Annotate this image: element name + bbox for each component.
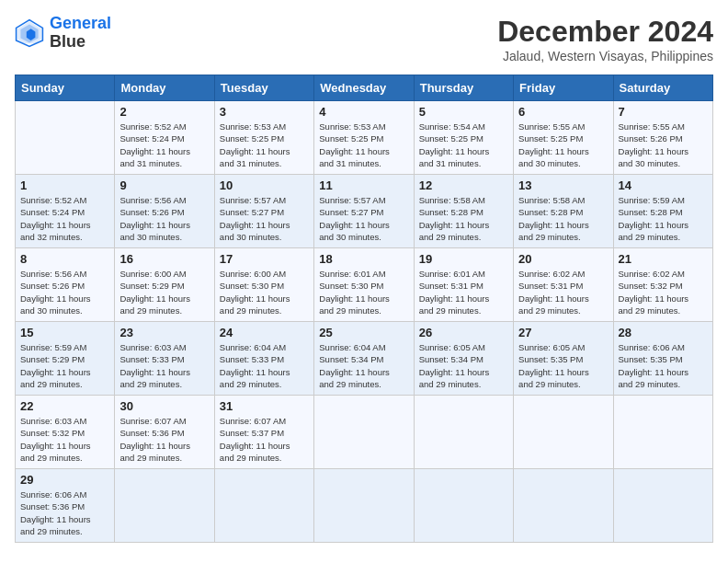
day-detail: Sunrise: 5:59 AMSunset: 5:29 PMDaylight:… (20, 341, 109, 390)
calendar-cell (514, 396, 613, 469)
calendar-cell (314, 469, 414, 543)
calendar-cell: 29Sunrise: 6:06 AMSunset: 5:36 PMDayligh… (16, 469, 115, 543)
weekday-header-friday: Friday (514, 75, 613, 101)
weekday-header-monday: Monday (115, 75, 214, 101)
calendar-cell: 17Sunrise: 6:00 AMSunset: 5:30 PMDayligh… (214, 248, 313, 322)
day-detail: Sunrise: 6:03 AMSunset: 5:32 PMDaylight:… (20, 415, 109, 464)
calendar-cell: 26Sunrise: 6:05 AMSunset: 5:34 PMDayligh… (414, 322, 513, 396)
day-number: 16 (119, 252, 209, 266)
weekday-header-sunday: Sunday (16, 75, 115, 101)
calendar-cell: 24Sunrise: 6:04 AMSunset: 5:33 PMDayligh… (214, 322, 313, 396)
day-number: 10 (220, 178, 309, 192)
day-detail: Sunrise: 5:54 AMSunset: 5:25 PMDaylight:… (419, 121, 508, 169)
day-detail: Sunrise: 5:58 AMSunset: 5:28 PMDaylight:… (419, 194, 508, 243)
day-detail: Sunrise: 5:58 AMSunset: 5:28 PMDaylight:… (518, 194, 608, 243)
header: General Blue December 2024 Jalaud, Weste… (15, 15, 713, 63)
day-number: 22 (20, 399, 109, 413)
title-area: December 2024 Jalaud, Western Visayas, P… (497, 15, 713, 63)
calendar-cell (115, 469, 214, 543)
day-detail: Sunrise: 6:02 AMSunset: 5:32 PMDaylight:… (619, 268, 708, 316)
day-number: 4 (319, 105, 408, 119)
day-number: 21 (619, 252, 708, 266)
calendar-cell: 25Sunrise: 6:04 AMSunset: 5:34 PMDayligh… (314, 322, 414, 396)
day-number: 14 (619, 178, 708, 192)
location-subtitle: Jalaud, Western Visayas, Philippines (497, 49, 713, 63)
day-detail: Sunrise: 5:53 AMSunset: 5:25 PMDaylight:… (220, 121, 309, 169)
day-detail: Sunrise: 6:06 AMSunset: 5:36 PMDaylight:… (20, 488, 109, 537)
day-detail: Sunrise: 6:07 AMSunset: 5:36 PMDaylight:… (119, 415, 209, 464)
day-number: 26 (419, 326, 508, 339)
day-number: 24 (220, 326, 309, 339)
calendar-cell: 23Sunrise: 6:03 AMSunset: 5:33 PMDayligh… (115, 322, 214, 396)
day-number: 31 (220, 399, 309, 413)
day-number: 20 (518, 252, 608, 266)
day-number: 19 (419, 252, 508, 266)
calendar-cell (613, 469, 712, 543)
day-detail: Sunrise: 5:59 AMSunset: 5:28 PMDaylight:… (619, 194, 708, 243)
day-detail: Sunrise: 5:55 AMSunset: 5:26 PMDaylight:… (619, 121, 708, 169)
weekday-header-tuesday: Tuesday (214, 75, 313, 101)
calendar-week-row: 1Sunrise: 5:52 AMSunset: 5:24 PMDaylight… (16, 175, 713, 248)
day-detail: Sunrise: 5:56 AMSunset: 5:26 PMDaylight:… (20, 268, 109, 316)
calendar-cell: 21Sunrise: 6:02 AMSunset: 5:32 PMDayligh… (613, 248, 712, 322)
day-detail: Sunrise: 5:57 AMSunset: 5:27 PMDaylight:… (220, 194, 309, 243)
day-detail: Sunrise: 5:57 AMSunset: 5:27 PMDaylight:… (319, 194, 408, 243)
calendar-cell: 11Sunrise: 5:57 AMSunset: 5:27 PMDayligh… (314, 175, 414, 248)
day-detail: Sunrise: 6:01 AMSunset: 5:30 PMDaylight:… (319, 268, 408, 316)
calendar-cell: 27Sunrise: 6:05 AMSunset: 5:35 PMDayligh… (514, 322, 613, 396)
day-detail: Sunrise: 6:05 AMSunset: 5:34 PMDaylight:… (419, 341, 508, 390)
calendar-week-row: 2Sunrise: 5:52 AMSunset: 5:24 PMDaylight… (16, 101, 713, 175)
calendar-cell: 14Sunrise: 5:59 AMSunset: 5:28 PMDayligh… (613, 175, 712, 248)
calendar-cell: 8Sunrise: 5:56 AMSunset: 5:26 PMDaylight… (16, 248, 115, 322)
day-number: 3 (220, 105, 309, 119)
day-detail: Sunrise: 5:52 AMSunset: 5:24 PMDaylight:… (20, 194, 109, 243)
calendar-cell: 31Sunrise: 6:07 AMSunset: 5:37 PMDayligh… (214, 396, 313, 469)
calendar-cell (414, 469, 513, 543)
day-number: 12 (419, 178, 508, 192)
logo-line2: Blue (50, 33, 111, 52)
day-number: 1 (20, 178, 109, 192)
day-number: 30 (119, 399, 209, 413)
day-detail: Sunrise: 6:03 AMSunset: 5:33 PMDaylight:… (119, 341, 209, 390)
calendar-cell: 20Sunrise: 6:02 AMSunset: 5:31 PMDayligh… (514, 248, 613, 322)
logo-line1: General (50, 14, 111, 32)
weekday-header-wednesday: Wednesday (314, 75, 414, 101)
day-number: 15 (20, 326, 109, 339)
calendar-cell (613, 396, 712, 469)
weekday-header-saturday: Saturday (613, 75, 712, 101)
calendar-week-row: 29Sunrise: 6:06 AMSunset: 5:36 PMDayligh… (16, 469, 713, 543)
calendar-cell (514, 469, 613, 543)
day-number: 17 (220, 252, 309, 266)
calendar-cell (214, 469, 313, 543)
calendar-cell: 18Sunrise: 6:01 AMSunset: 5:30 PMDayligh… (314, 248, 414, 322)
day-detail: Sunrise: 6:02 AMSunset: 5:31 PMDaylight:… (518, 268, 608, 316)
calendar-week-row: 8Sunrise: 5:56 AMSunset: 5:26 PMDaylight… (16, 248, 713, 322)
day-detail: Sunrise: 6:00 AMSunset: 5:30 PMDaylight:… (220, 268, 309, 316)
logo-icon (15, 18, 44, 48)
calendar-cell (16, 101, 115, 175)
calendar-cell: 5Sunrise: 5:54 AMSunset: 5:25 PMDaylight… (414, 101, 513, 175)
calendar-cell: 28Sunrise: 6:06 AMSunset: 5:35 PMDayligh… (613, 322, 712, 396)
day-number: 25 (319, 326, 408, 339)
calendar-cell: 6Sunrise: 5:55 AMSunset: 5:25 PMDaylight… (514, 101, 613, 175)
day-detail: Sunrise: 6:01 AMSunset: 5:31 PMDaylight:… (419, 268, 508, 316)
day-number: 9 (119, 178, 209, 192)
calendar-cell: 15Sunrise: 5:59 AMSunset: 5:29 PMDayligh… (16, 322, 115, 396)
weekday-header-thursday: Thursday (414, 75, 513, 101)
calendar-cell: 30Sunrise: 6:07 AMSunset: 5:36 PMDayligh… (115, 396, 214, 469)
day-detail: Sunrise: 6:00 AMSunset: 5:29 PMDaylight:… (119, 268, 209, 316)
calendar-cell: 9Sunrise: 5:56 AMSunset: 5:26 PMDaylight… (115, 175, 214, 248)
logo: General Blue (15, 15, 111, 52)
calendar-cell: 2Sunrise: 5:52 AMSunset: 5:24 PMDaylight… (115, 101, 214, 175)
calendar-cell: 19Sunrise: 6:01 AMSunset: 5:31 PMDayligh… (414, 248, 513, 322)
logo-text: General Blue (50, 15, 111, 52)
day-number: 27 (518, 326, 608, 339)
calendar-table: SundayMondayTuesdayWednesdayThursdayFrid… (15, 75, 713, 543)
calendar-cell: 1Sunrise: 5:52 AMSunset: 5:24 PMDaylight… (16, 175, 115, 248)
day-number: 11 (319, 178, 408, 192)
day-number: 13 (518, 178, 608, 192)
month-title: December 2024 (497, 15, 713, 49)
day-number: 29 (20, 473, 109, 487)
day-number: 2 (119, 105, 209, 119)
day-number: 8 (20, 252, 109, 266)
